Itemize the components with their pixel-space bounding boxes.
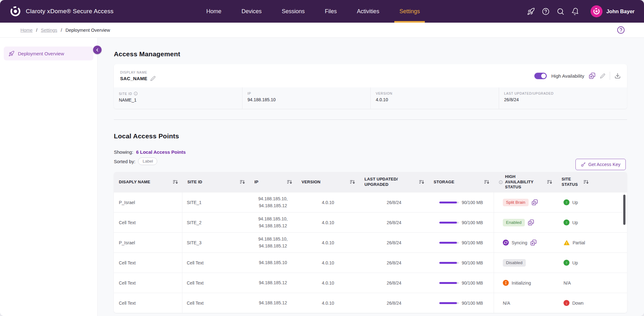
sidebar-collapse-button[interactable]: [93, 46, 102, 54]
filter-sort-icon[interactable]: [350, 180, 355, 184]
col-header-display-name[interactable]: DISAPLY NAME: [114, 172, 182, 192]
sort-chip[interactable]: Label: [138, 158, 157, 165]
nav-item-settings[interactable]: Settings: [399, 0, 420, 23]
storage-text: 90/100 MB: [462, 301, 483, 306]
local-access-points-table: DISAPLY NAME SITE ID IP VERSION LAST UPD…: [114, 172, 627, 313]
filter-sort-icon[interactable]: [547, 180, 552, 184]
breadcrumb-home[interactable]: Home: [20, 28, 33, 33]
avatar[interactable]: [591, 5, 602, 17]
cell-ip: 94.188.185.12: [249, 273, 297, 293]
cell-ip: 94.188.185.12: [249, 293, 297, 313]
ha-details-icon[interactable]: [589, 72, 596, 79]
storage-text: 90/100 MB: [462, 260, 483, 265]
get-access-key-button[interactable]: Get Access Key: [575, 159, 626, 170]
rocket-icon[interactable]: [527, 8, 535, 15]
table-row[interactable]: Cell Text Cell Text 94.188.185.12 4.0.10…: [114, 273, 627, 293]
download-icon[interactable]: [614, 73, 621, 79]
nav-item-devices[interactable]: Devices: [242, 0, 262, 23]
cell-version: 4.0.10: [297, 253, 359, 273]
sidebar-item-label: Deployment Overview: [18, 51, 64, 56]
notifications-icon[interactable]: [571, 8, 579, 15]
col-header-version[interactable]: VERSION: [297, 172, 359, 192]
cell-ip: 94.188.185.10, 94.188.185.12: [249, 213, 297, 232]
showing-count-link[interactable]: 6 Local Access Points: [136, 149, 186, 155]
col-header-site-id[interactable]: SITE ID: [182, 172, 249, 192]
ha-details-icon[interactable]: [530, 239, 537, 246]
site-status-text: Up: [572, 200, 578, 205]
storage-bar: [439, 282, 459, 284]
user-menu[interactable]: John Bayer: [591, 5, 635, 17]
cell-display-name: Cell Text: [114, 213, 182, 232]
cell-site-status: Partial: [557, 233, 627, 252]
page-help-icon[interactable]: [617, 26, 625, 34]
site-status-text: N/A: [564, 280, 571, 286]
app-title: Claroty xDome® Secure Access: [26, 8, 114, 15]
filter-sort-icon[interactable]: [287, 180, 292, 184]
cell-display-name: Cell Text: [114, 273, 182, 293]
access-management-card: DISPLAY NAME SAC_NAME High Availability: [114, 64, 627, 109]
filter-sort-icon[interactable]: [419, 180, 424, 184]
sidebar-item-deployment-overview[interactable]: Deployment Overview: [4, 47, 93, 60]
top-nav: Claroty xDome® Secure Access Home Device…: [0, 0, 644, 23]
main-nav: Home Devices Sessions Files Activities S…: [206, 0, 420, 23]
storage-bar: [439, 262, 459, 264]
search-icon[interactable]: [557, 8, 564, 15]
edit-ha-icon[interactable]: [600, 73, 605, 79]
filter-sort-icon[interactable]: [173, 180, 178, 184]
cell-last-updated: 26/8/24: [359, 273, 429, 293]
filter-sort-icon[interactable]: [584, 180, 589, 184]
info-icon[interactable]: [134, 91, 138, 96]
col-header-storage[interactable]: STORAGE: [429, 172, 494, 192]
table-row[interactable]: P_Israel SITE_3 94.188.185.10, 94.188.18…: [114, 232, 627, 252]
nav-item-sessions[interactable]: Sessions: [282, 0, 305, 23]
ha-toggle-label: High Availability: [551, 73, 584, 79]
nav-item-home[interactable]: Home: [206, 0, 221, 23]
table-row[interactable]: Cell Text SITE_2 94.188.185.10, 94.188.1…: [114, 212, 627, 232]
ha-details-icon[interactable]: [528, 219, 534, 226]
info-icon[interactable]: [499, 180, 503, 184]
filter-sort-icon[interactable]: [484, 180, 489, 184]
edit-display-name-icon[interactable]: [150, 76, 156, 81]
table-row[interactable]: P_Israel SITE_1 94.188.185.10, 94.188.18…: [114, 192, 627, 212]
cell-last-updated: 26/8/24: [359, 233, 429, 252]
ha-details-icon[interactable]: [531, 199, 538, 206]
breadcrumb-current: Deployment Overview: [65, 28, 110, 33]
showing-label: Showing:: [114, 149, 133, 155]
main-content: Access Management DISPLAY NAME SAC_NAME: [97, 38, 644, 316]
rocket-icon: [8, 51, 14, 57]
col-header-ha-status[interactable]: HIGH AVAILABILITY STATUS: [494, 172, 557, 192]
cell-storage: 90/100 MB: [429, 253, 494, 273]
table-row[interactable]: Cell Text Cell Text 94.188.185.12 4.0.10…: [114, 293, 627, 313]
nav-item-files[interactable]: Files: [325, 0, 337, 23]
cell-storage: 90/100 MB: [429, 273, 494, 293]
section-title-access-management: Access Management: [114, 50, 627, 58]
col-header-site-status[interactable]: SITE STATUS: [557, 172, 627, 192]
col-header-ip[interactable]: IP: [249, 172, 297, 192]
filter-sort-icon[interactable]: [240, 180, 245, 184]
cell-storage: 90/100 MB: [429, 233, 494, 252]
ha-controls: High Availability: [534, 72, 621, 80]
status-down-icon: ↓: [564, 300, 569, 306]
page-body: Deployment Overview Access Management DI…: [0, 38, 644, 316]
table-scrollbar[interactable]: [623, 195, 625, 225]
cell-display-name: Cell Text: [114, 253, 182, 273]
status-up-icon: ↑: [564, 219, 569, 225]
status-up-icon: ↑: [564, 260, 569, 266]
cell-last-updated: 26/8/24: [359, 293, 429, 313]
ha-toggle[interactable]: [534, 73, 547, 79]
breadcrumb-settings[interactable]: Settings: [41, 28, 57, 33]
field-last-updated: LAST UPDATED/UPGRADED 26/8/24: [499, 87, 627, 109]
divider: [610, 72, 610, 80]
cell-last-updated: 26/8/24: [359, 253, 429, 273]
cell-ip: 94.188.185.10, 94.188.185.12: [249, 192, 297, 212]
table-body: P_Israel SITE_1 94.188.185.10, 94.188.18…: [114, 192, 627, 313]
col-header-last-updated[interactable]: LAST UPDATED/ UPGRADED: [359, 172, 429, 192]
status-partial-icon: [564, 240, 570, 246]
cell-storage: 90/100 MB: [429, 192, 494, 212]
brand: Claroty xDome® Secure Access: [9, 5, 114, 17]
claroty-logo: [593, 8, 600, 15]
storage-bar: [439, 202, 459, 203]
nav-item-activities[interactable]: Activities: [357, 0, 379, 23]
table-row[interactable]: Cell Text Cell Text 94.188.185.10 4.0.10…: [114, 252, 627, 273]
help-icon[interactable]: [542, 8, 550, 15]
